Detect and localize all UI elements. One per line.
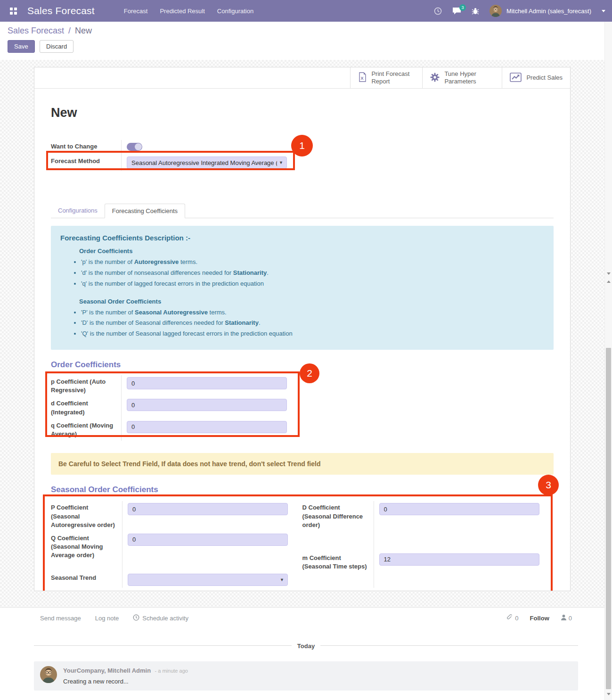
schedule-activity-button[interactable]: Schedule activity bbox=[133, 614, 188, 622]
breadcrumb-current: New bbox=[75, 26, 92, 35]
q-coefficient-label: q Coefficient (Moving Average) bbox=[51, 419, 122, 441]
follow-button[interactable]: Follow bbox=[530, 615, 549, 622]
statusbar: X Print Forecast Report Tune Hyper Param… bbox=[34, 67, 570, 89]
activities-clock-icon[interactable] bbox=[434, 7, 442, 15]
bullet-P: 'P' is the number of Seasonal Autoregres… bbox=[81, 308, 544, 317]
seasonal-trend-select[interactable]: ▼ bbox=[128, 574, 288, 586]
message-avatar bbox=[40, 666, 57, 683]
d-coefficient-input[interactable] bbox=[127, 399, 287, 411]
sales-forecast-app: Sales Forecast Forecast Predicted Result… bbox=[0, 0, 612, 700]
discard-button[interactable]: Discard bbox=[40, 40, 73, 53]
date-divider: Today bbox=[40, 642, 572, 649]
chevron-down-icon bbox=[602, 10, 605, 12]
menu-predicted-result[interactable]: Predicted Result bbox=[160, 8, 204, 15]
seasonal-coefficients-subheading: Seasonal Order Coefficients bbox=[79, 298, 544, 305]
attachment-button[interactable]: 0 bbox=[506, 614, 518, 622]
debug-bug-icon[interactable] bbox=[472, 7, 479, 15]
Q-coefficient-label: Q Coefficient (Seasonal Moving Average o… bbox=[51, 532, 122, 562]
top-navbar: Sales Forecast Forecast Predicted Result… bbox=[0, 0, 612, 22]
breadcrumb: Sales Forecast / New bbox=[8, 26, 604, 36]
forecast-method-select[interactable]: Seasonal Autoregressive Integrated Movin… bbox=[127, 156, 287, 169]
forecast-method-group: Want to Change Forecast Method Seasonal … bbox=[51, 140, 287, 171]
messages-icon[interactable]: 3 bbox=[452, 7, 461, 15]
xlsx-file-icon: X bbox=[358, 72, 367, 83]
clock-icon bbox=[133, 614, 139, 622]
annotation-badge-1: 1 bbox=[291, 135, 313, 156]
forecast-method-label: Forecast Method bbox=[51, 155, 122, 171]
message-count-badge: 3 bbox=[459, 4, 466, 11]
control-panel: Sales Forecast / New Save Discard bbox=[0, 22, 612, 60]
chatter: Send message Log note Schedule activity … bbox=[0, 607, 612, 691]
want-to-change-label: Want to Change bbox=[51, 140, 122, 155]
p-coefficient-label: p Coefficient (Auto Regressive) bbox=[51, 375, 122, 397]
tune-hyper-parameters-button[interactable]: Tune Hyper Parameters bbox=[422, 67, 495, 88]
main-menu: Forecast Predicted Result Configuration bbox=[124, 8, 253, 15]
select-arrow-icon: ▼ bbox=[280, 577, 284, 582]
seasonal-coefficients-group: P Coefficient (Seasonal Autoregressive o… bbox=[51, 501, 554, 587]
bullet-q: 'q' is the number of lagged forecast err… bbox=[81, 280, 544, 288]
message-timestamp: - a minute ago bbox=[155, 668, 188, 674]
seasonal-trend-label: Seasonal Trend bbox=[51, 562, 122, 588]
order-coefficients-subheading: Order Coefficients bbox=[79, 247, 544, 255]
chart-line-icon bbox=[510, 73, 522, 83]
form-sheet: X Print Forecast Report Tune Hyper Param… bbox=[34, 67, 571, 591]
breadcrumb-sales-forecast[interactable]: Sales Forecast bbox=[8, 26, 64, 35]
follower-count: 0 bbox=[569, 615, 572, 622]
seasonal-order-coefficients-heading: Seasonal Order Coefficients bbox=[51, 485, 554, 494]
scroll-up-icon[interactable] bbox=[607, 280, 611, 283]
seasonal-bullets: 'P' is the number of Seasonal Autoregres… bbox=[81, 308, 544, 339]
app-title: Sales Forecast bbox=[27, 5, 95, 16]
breadcrumb-separator: / bbox=[68, 26, 71, 35]
description-title: Forecasting Coefficients Description :- bbox=[60, 234, 544, 242]
bullet-D: 'D' is the number of Seasonal difference… bbox=[81, 319, 544, 328]
message-body: Creating a new record... bbox=[63, 678, 188, 685]
D-coefficient-label: D Coefficient (Seasonal Difference order… bbox=[302, 501, 374, 552]
d-coefficient-label: d Coefficient (Integrated) bbox=[51, 397, 122, 419]
D-coefficient-input[interactable] bbox=[379, 503, 539, 515]
form-background: X Print Forecast Report Tune Hyper Param… bbox=[0, 60, 612, 607]
order-coefficients-group: p Coefficient (Auto Regressive) d Coeffi… bbox=[51, 375, 287, 441]
q-coefficient-input[interactable] bbox=[127, 421, 287, 433]
paperclip-icon bbox=[506, 614, 513, 622]
attachment-count: 0 bbox=[515, 615, 518, 622]
scrollbar-thumb[interactable] bbox=[606, 348, 611, 689]
vertical-scrollbar[interactable] bbox=[604, 22, 612, 700]
coefficients-description-box: Forecasting Coefficients Description :- … bbox=[51, 226, 554, 350]
P-coefficient-label: P Coefficient (Seasonal Autoregressive o… bbox=[51, 501, 122, 532]
predict-sales-button[interactable]: Predict Sales bbox=[502, 67, 570, 88]
send-message-button[interactable]: Send message bbox=[40, 615, 81, 622]
tab-forecasting-coefficients[interactable]: Forecasting Coefficients bbox=[105, 204, 185, 218]
order-bullets: 'p' is the number of Autoregressive term… bbox=[81, 258, 544, 288]
person-icon bbox=[561, 614, 567, 622]
print-forecast-report-button[interactable]: X Print Forecast Report bbox=[350, 67, 422, 88]
scroll-down-icon[interactable] bbox=[607, 272, 611, 275]
followers-button[interactable]: 0 bbox=[561, 614, 572, 622]
user-avatar[interactable] bbox=[490, 5, 502, 17]
want-to-change-toggle[interactable] bbox=[127, 143, 142, 151]
select-arrow-icon: ▼ bbox=[279, 160, 283, 165]
scroll-down-bottom-icon[interactable] bbox=[607, 693, 611, 695]
P-coefficient-input[interactable] bbox=[128, 503, 288, 515]
bullet-d: 'd' is the number of nonseasonal differe… bbox=[81, 269, 544, 278]
user-menu[interactable]: Mitchell Admin (sales_forecast) bbox=[506, 8, 591, 15]
trend-warning-box: Be Careful to Select Trend Field, If dat… bbox=[51, 453, 554, 475]
menu-configuration[interactable]: Configuration bbox=[217, 8, 253, 15]
bullet-p: 'p' is the number of Autoregressive term… bbox=[81, 258, 544, 267]
apps-menu-icon[interactable] bbox=[7, 4, 20, 17]
save-button[interactable]: Save bbox=[8, 40, 35, 53]
order-coefficients-heading: Order Coefficients bbox=[51, 360, 554, 370]
bullet-Q: 'Q' is the number of Seasonal lagged for… bbox=[81, 329, 544, 338]
p-coefficient-input[interactable] bbox=[127, 377, 287, 389]
log-note-button[interactable]: Log note bbox=[95, 615, 119, 622]
Q-coefficient-input[interactable] bbox=[128, 534, 288, 546]
record-title: New bbox=[51, 106, 554, 120]
navbar-systray: 3 Mitchell Admin (sales_forecast) bbox=[434, 5, 605, 17]
gear-icon bbox=[430, 73, 440, 83]
menu-forecast[interactable]: Forecast bbox=[124, 8, 148, 15]
message-author: YourCompany, Mitchell Admin bbox=[63, 667, 151, 674]
chatter-message: YourCompany, Mitchell Admin - a minute a… bbox=[34, 661, 578, 691]
tab-configurations[interactable]: Configurations bbox=[51, 204, 105, 218]
m-coefficient-input[interactable] bbox=[379, 553, 539, 566]
m-coefficient-label: m Coefficient (Seasonal Time steps) bbox=[302, 552, 374, 588]
svg-text:X: X bbox=[361, 76, 364, 81]
